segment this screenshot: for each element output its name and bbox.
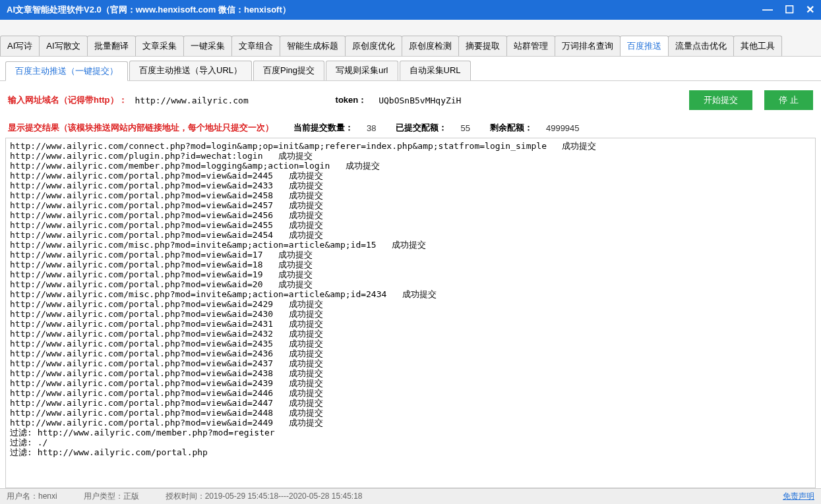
- main-tab-1[interactable]: AI写散文: [39, 36, 87, 56]
- main-tab-bar: AI写诗AI写散文批量翻译文章采集一键采集文章组合智能生成标题原创度优化原创度检…: [0, 20, 821, 57]
- main-tab-3[interactable]: 文章采集: [135, 36, 184, 56]
- stats-row: 显示提交结果（该模块推送网站内部链接地址，每个地址只提交一次） 当前提交数量： …: [0, 119, 821, 138]
- log-line: http://www.ailyric.com/portal.php?mod=vi…: [10, 309, 811, 319]
- auth-time-label: 授权时间：: [166, 491, 205, 501]
- result-label: 显示提交结果（该模块推送网站内部链接地址，每个地址只提交一次）: [8, 122, 274, 134]
- main-tab-14[interactable]: 其他工具: [733, 36, 782, 56]
- log-line: http://www.ailyric.com/portal.php?mod=vi…: [10, 388, 811, 398]
- log-line: http://www.ailyric.com/portal.php?mod=vi…: [10, 408, 811, 418]
- main-tab-12[interactable]: 百度推送: [620, 36, 669, 56]
- sub-tab-3[interactable]: 写规则采集url: [326, 61, 398, 80]
- user-type-value: 正版: [123, 491, 139, 501]
- url-input[interactable]: [133, 94, 278, 107]
- log-line: http://www.ailyric.com/portal.php?mod=vi…: [10, 171, 811, 181]
- stop-button[interactable]: 停 止: [764, 90, 813, 110]
- user-type-label: 用户类型：: [84, 491, 123, 501]
- log-line: 过滤: http://www.ailyric.com/portal.php: [10, 447, 811, 457]
- log-line: http://www.ailyric.com/portal.php?mod=vi…: [10, 329, 811, 339]
- log-line: http://www.ailyric.com/portal.php?mod=vi…: [10, 378, 811, 388]
- main-tab-0[interactable]: AI写诗: [0, 36, 40, 56]
- log-line: http://www.ailyric.com/portal.php?mod=vi…: [10, 200, 811, 210]
- log-line: http://www.ailyric.com/portal.php?mod=vi…: [10, 210, 811, 220]
- log-line: http://www.ailyric.com/portal.php?mod=vi…: [10, 190, 811, 200]
- auth-time-value: 2019-05-29 15:45:18----2020-05-28 15:45:…: [205, 491, 363, 501]
- sub-tab-1[interactable]: 百度主动推送（导入URL）: [129, 61, 252, 80]
- titlebar: AI文章智能处理软件V2.0（官网：www.henxisoft.com 微信：h…: [0, 0, 821, 20]
- current-count-value: 38: [367, 123, 376, 133]
- token-label: token：: [336, 94, 367, 106]
- close-icon[interactable]: ✕: [806, 5, 814, 15]
- maximize-icon[interactable]: ☐: [785, 5, 794, 15]
- log-output[interactable]: http://www.ailyric.com/connect.php?mod=l…: [5, 138, 816, 488]
- log-line: http://www.ailyric.com/connect.php?mod=l…: [10, 141, 811, 151]
- log-line: http://www.ailyric.com/portal.php?mod=vi…: [10, 181, 811, 190]
- statusbar: 用户名：henxi 用户类型：正版 授权时间：2019-05-29 15:45:…: [0, 488, 821, 504]
- log-line: http://www.ailyric.com/portal.php?mod=vi…: [10, 319, 811, 329]
- main-tab-11[interactable]: 万词排名查询: [555, 36, 621, 56]
- log-line: http://www.ailyric.com/portal.php?mod=vi…: [10, 339, 811, 349]
- log-line: http://www.ailyric.com/portal.php?mod=vi…: [10, 418, 811, 428]
- log-line: http://www.ailyric.com/portal.php?mod=vi…: [10, 398, 811, 408]
- sub-tab-2[interactable]: 百度Ping提交: [253, 61, 324, 80]
- remain-quota-value: 4999945: [546, 123, 580, 133]
- submitted-quota-value: 55: [460, 123, 470, 133]
- minimize-icon[interactable]: —: [762, 5, 773, 15]
- remain-quota-label: 剩余配额：: [490, 122, 533, 134]
- main-tab-6[interactable]: 智能生成标题: [280, 36, 346, 56]
- log-line: 过滤: ./: [10, 437, 811, 447]
- log-line: http://www.ailyric.com/member.php?mod=lo…: [10, 161, 811, 171]
- main-tab-10[interactable]: 站群管理: [506, 36, 555, 56]
- main-tab-5[interactable]: 文章组合: [231, 36, 280, 56]
- main-tab-7[interactable]: 原创度优化: [345, 36, 402, 56]
- log-line: http://www.ailyric.com/portal.php?mod=vi…: [10, 269, 811, 279]
- main-tab-8[interactable]: 原创度检测: [402, 36, 459, 56]
- log-line: http://www.ailyric.com/portal.php?mod=vi…: [10, 299, 811, 309]
- log-line: http://www.ailyric.com/portal.php?mod=vi…: [10, 279, 811, 289]
- log-line: http://www.ailyric.com/plugin.php?id=wec…: [10, 151, 811, 161]
- user-label: 用户名：: [7, 491, 38, 501]
- start-submit-button[interactable]: 开始提交: [689, 90, 752, 110]
- main-tab-13[interactable]: 流量点击优化: [668, 36, 734, 56]
- input-row: 输入网址域名（记得带http）： token： UQbOSnB5vMHqyZiH…: [0, 81, 821, 119]
- log-line: http://www.ailyric.com/misc.php?mod=invi…: [10, 289, 811, 299]
- log-line: http://www.ailyric.com/portal.php?mod=vi…: [10, 368, 811, 378]
- user-value: henxi: [38, 491, 57, 501]
- submitted-quota-label: 已提交配额：: [396, 122, 447, 134]
- url-label: 输入网址域名（记得带http）：: [8, 94, 127, 106]
- main-tab-4[interactable]: 一键采集: [183, 36, 232, 56]
- log-line: http://www.ailyric.com/portal.php?mod=vi…: [10, 349, 811, 358]
- log-line: http://www.ailyric.com/portal.php?mod=vi…: [10, 250, 811, 260]
- log-line: http://www.ailyric.com/portal.php?mod=vi…: [10, 220, 811, 230]
- log-line: http://www.ailyric.com/portal.php?mod=vi…: [10, 260, 811, 269]
- token-value: UQbOSnB5vMHqyZiH: [379, 96, 461, 105]
- log-line: 过滤: http://www.ailyric.com/member.php?mo…: [10, 428, 811, 437]
- sub-tab-4[interactable]: 自动采集URL: [400, 61, 471, 80]
- window-title: AI文章智能处理软件V2.0（官网：www.henxisoft.com 微信：h…: [7, 4, 762, 16]
- sub-tab-bar: 百度主动推送（一键提交）百度主动推送（导入URL）百度Ping提交写规则采集ur…: [0, 57, 821, 81]
- log-line: http://www.ailyric.com/misc.php?mod=invi…: [10, 240, 811, 250]
- log-line: http://www.ailyric.com/portal.php?mod=vi…: [10, 230, 811, 240]
- disclaimer-link[interactable]: 免责声明: [783, 491, 814, 502]
- current-count-label: 当前提交数量：: [293, 122, 353, 134]
- main-tab-9[interactable]: 摘要提取: [458, 36, 507, 56]
- log-line: http://www.ailyric.com/portal.php?mod=vi…: [10, 358, 811, 368]
- main-tab-2[interactable]: 批量翻译: [87, 36, 136, 56]
- sub-tab-0[interactable]: 百度主动推送（一键提交）: [5, 61, 128, 81]
